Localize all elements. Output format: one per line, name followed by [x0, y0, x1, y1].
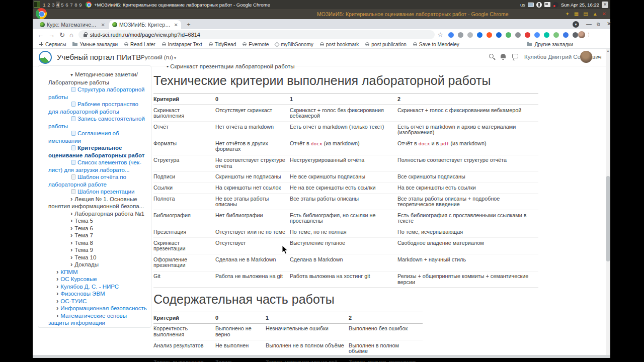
- sidebar-item[interactable]: Список элементов (чек-лист) для загрузки…: [42, 159, 147, 173]
- scrollbar-thumb[interactable]: [606, 176, 610, 261]
- portal-logo[interactable]: [39, 51, 52, 64]
- sidebar-item[interactable]: Лекция № 1. Основные понятия информацион…: [42, 196, 147, 210]
- wm-minimize-icon[interactable]: ▲: [593, 11, 598, 17]
- extension-icon[interactable]: [544, 32, 549, 38]
- bookmark-item[interactable]: myBibSonomy: [275, 42, 313, 47]
- language-selector[interactable]: Русский (ru): [141, 54, 176, 60]
- profile-avatar[interactable]: [578, 31, 585, 38]
- sidebar-item[interactable]: КПММ: [42, 268, 147, 276]
- workspace-number[interactable]: 3: [51, 2, 55, 8]
- bookmark-item[interactable]: Read Later: [124, 42, 155, 47]
- https-lock-icon[interactable]: [84, 34, 87, 37]
- wm-menu-icon[interactable]: ✦: [565, 11, 569, 17]
- chrome-menu-icon[interactable]: ⋮: [586, 32, 592, 38]
- bookmark-item[interactable]: Evernote: [243, 42, 269, 47]
- bookmark-item[interactable]: Умные закладки: [72, 42, 118, 47]
- tab-close-icon[interactable]: ✕: [174, 22, 178, 28]
- sidebar-item[interactable]: Шаблон отчёта по лабораторной работе: [42, 173, 147, 188]
- user-menu-caret-icon[interactable]: ▾: [597, 55, 599, 59]
- sidebar-item[interactable]: Тема 8: [42, 239, 147, 247]
- notifications-bell-icon[interactable]: [501, 54, 506, 58]
- tab-search-button[interactable]: ▾: [573, 21, 579, 28]
- messages-icon[interactable]: [512, 54, 518, 58]
- bookmark-item[interactable]: post bookmark: [320, 42, 359, 47]
- chrome-window-icon[interactable]: [36, 8, 47, 19]
- bookmark-item[interactable]: Save to Mendeley: [413, 42, 459, 47]
- bookmark-item[interactable]: Instapaper Text: [162, 42, 202, 47]
- bookmark-item[interactable]: post publication: [365, 42, 407, 47]
- extension-icon[interactable]: [573, 32, 578, 38]
- workspace-number[interactable]: 7: [69, 2, 73, 8]
- tray-keepass-icon[interactable]: [536, 2, 542, 8]
- new-tab-button[interactable]: +: [185, 21, 192, 28]
- chrome-icon[interactable]: [86, 2, 92, 8]
- extension-icon[interactable]: [467, 32, 473, 38]
- workspace-number[interactable]: 6: [65, 2, 69, 8]
- portal-title[interactable]: Учебный портал ПИиТВ: [57, 53, 141, 61]
- sidebar-item[interactable]: Тема 5: [42, 217, 147, 225]
- sidebar-item[interactable]: Физосновы ЭВМ: [42, 290, 147, 298]
- tab-moziib-active[interactable]: МОЗИиИБ: Критериальное оц ✕: [109, 20, 181, 29]
- reload-button[interactable]: ↻: [59, 31, 65, 39]
- tab-close-icon[interactable]: ✕: [101, 22, 105, 28]
- browser-close-button[interactable]: ✕: [607, 21, 611, 27]
- extension-icon[interactable]: [477, 32, 482, 38]
- back-button[interactable]: ←: [37, 31, 44, 39]
- browser-restore-button[interactable]: ⧉: [597, 22, 600, 27]
- url-text[interactable]: stud-sci.rudn.ru/mod/page/view.php?id=68…: [90, 32, 200, 38]
- tray-screenshare-icon[interactable]: [544, 2, 550, 7]
- extension-icon[interactable]: [525, 32, 530, 38]
- sidebar-item[interactable]: Критериальное оценивание лабораторных ра…: [42, 144, 147, 159]
- sidebar-item[interactable]: Тема 9: [42, 246, 147, 254]
- sidebar-item[interactable]: Кулябов Д. С. - НИРС: [42, 283, 147, 291]
- bookmark-star-icon[interactable]: ☆: [438, 31, 443, 38]
- extension-icon[interactable]: [534, 32, 540, 38]
- sidebar-item[interactable]: Информационная безопасность: [42, 305, 147, 312]
- sidebar-item[interactable]: Методические заметки/ Лабораторные работ…: [42, 71, 147, 86]
- sidebar-item[interactable]: Лабораторная работа №1: [42, 210, 147, 218]
- sidebar-item[interactable]: ОС2: [42, 327, 147, 328]
- sidebar-item[interactable]: Рабочее пространство для лабораторной ра…: [42, 101, 147, 115]
- extension-icon[interactable]: [563, 32, 569, 38]
- sidebar-item[interactable]: ОС Курсовые: [42, 276, 147, 283]
- sidebar-item[interactable]: ОС-ТУИС: [42, 298, 147, 305]
- home-button[interactable]: ⌂: [69, 31, 73, 39]
- address-bar[interactable]: stud-sci.rudn.ru/mod/page/view.php?id=68…: [78, 30, 435, 39]
- workspace-number[interactable]: 4: [56, 2, 60, 8]
- extension-icon[interactable]: [448, 32, 454, 38]
- wm-maximize-icon[interactable]: ▤: [583, 11, 588, 17]
- sidebar-item[interactable]: Математические основы защиты информации: [42, 312, 147, 327]
- wm-shade-icon[interactable]: ▦: [574, 11, 579, 17]
- taskbar-close-icon[interactable]: ✕: [602, 2, 608, 8]
- scrollbar[interactable]: ▲: [606, 49, 610, 355]
- tray-display-icon[interactable]: [528, 3, 534, 7]
- extension-icon[interactable]: [515, 32, 521, 38]
- sidebar-item[interactable]: Соглашения об именовании: [42, 130, 147, 144]
- tab-course-math[interactable]: Курс: Математические основы ✕: [37, 20, 108, 29]
- user-avatar[interactable]: [580, 51, 592, 63]
- sidebar-item[interactable]: Запись самостоятельной работы: [42, 115, 147, 130]
- workspace-number[interactable]: 9: [78, 2, 83, 8]
- workspace-number[interactable]: 1: [42, 2, 46, 8]
- workspace-number[interactable]: 5: [60, 2, 64, 8]
- sidebar-item[interactable]: Шаблон презентации: [42, 188, 147, 196]
- bookmark-item[interactable]: Сервисы: [39, 42, 66, 47]
- sidebar-item[interactable]: Тема 6: [42, 225, 147, 232]
- wm-close-icon[interactable]: ✕: [602, 11, 606, 17]
- sidebar-item[interactable]: Доклады: [42, 261, 147, 268]
- forward-button[interactable]: →: [48, 31, 55, 39]
- extension-icon[interactable]: [458, 32, 463, 38]
- sidebar-item[interactable]: Тема 7: [42, 232, 147, 239]
- scrollbar-up-arrow[interactable]: ▲: [606, 49, 610, 52]
- extension-icon[interactable]: [506, 32, 511, 38]
- search-icon[interactable]: [489, 54, 494, 58]
- sidebar-item[interactable]: Тема 10: [42, 254, 147, 261]
- extension-icon[interactable]: [496, 32, 502, 38]
- other-bookmarks[interactable]: Другие закладки: [527, 42, 573, 47]
- workspace-number[interactable]: 2: [47, 2, 51, 8]
- browser-minimize-button[interactable]: —: [586, 21, 592, 27]
- extension-icon[interactable]: [553, 32, 559, 38]
- extension-icon[interactable]: [487, 32, 492, 38]
- taskbar-window-title[interactable]: +МОЗИиИБ: Критериальное оценивание лабор…: [94, 2, 270, 8]
- workspace-pager[interactable]: [34, 2, 40, 8]
